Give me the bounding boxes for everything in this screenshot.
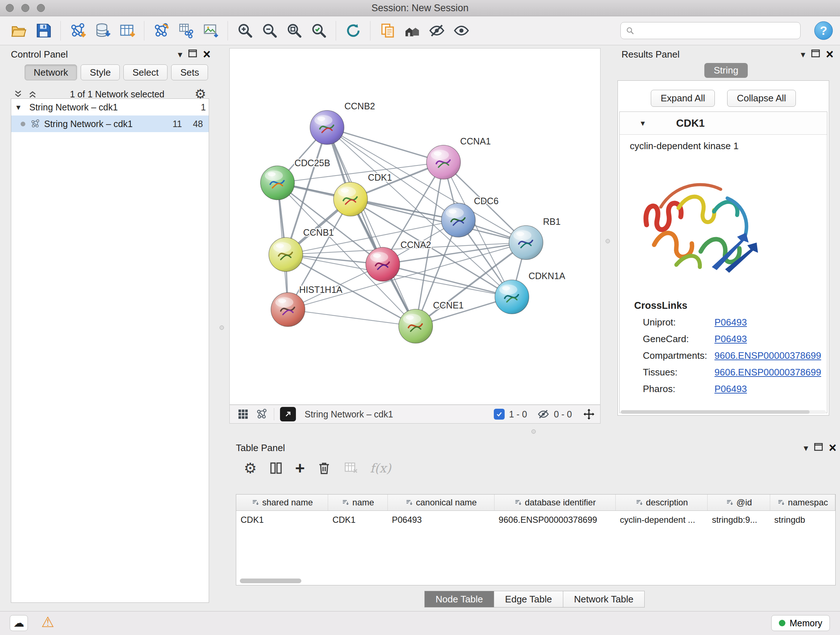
network-node-CCNE1[interactable]	[399, 309, 433, 343]
zoom-out-icon	[261, 22, 278, 39]
table-options-gear-icon[interactable]: ⚙	[244, 461, 257, 475]
column-header-shared-name[interactable]: shared name	[236, 494, 328, 511]
tab-network-table[interactable]: Network Table	[563, 591, 645, 608]
network-node-CDC6[interactable]	[441, 203, 475, 237]
close-window-button[interactable]	[6, 4, 14, 12]
table-panel-float-icon[interactable]	[814, 442, 823, 454]
table-panel-close-icon[interactable]: ×	[829, 441, 836, 454]
collapse-all-button[interactable]: Collapse All	[727, 90, 796, 107]
zoom-fit-button[interactable]	[283, 19, 305, 42]
column-header-name[interactable]: name	[328, 494, 387, 511]
zoom-in-button[interactable]	[234, 19, 256, 42]
control-panel-close-icon[interactable]: ×	[203, 48, 210, 61]
eye-button[interactable]	[450, 19, 472, 42]
node-label-CCNB2: CCNB2	[344, 101, 375, 111]
clone-network-button[interactable]	[150, 19, 172, 42]
export-image-button[interactable]	[200, 19, 221, 42]
results-scrollbar[interactable]	[621, 410, 826, 414]
network-node-CCNA1[interactable]	[426, 145, 461, 179]
selected-nodes-checkbox-icon[interactable]	[494, 409, 505, 420]
right-splitter-handle[interactable]	[606, 239, 610, 243]
table-panel-menu-icon[interactable]: ▾	[804, 443, 808, 453]
tab-edge-table[interactable]: Edge Table	[494, 591, 563, 608]
search-icon	[625, 26, 635, 35]
column-header-description[interactable]: description	[615, 494, 707, 511]
network-collection-row[interactable]: ▾ String Network – cdk1 1	[11, 99, 209, 116]
left-splitter-handle[interactable]	[219, 325, 224, 330]
zoom-window-button[interactable]	[37, 4, 45, 12]
open-session-button[interactable]	[8, 19, 30, 42]
network-node-CCNB1[interactable]	[269, 238, 303, 272]
warning-icon[interactable]: ⚠	[39, 614, 57, 630]
memory-button[interactable]: Memory	[771, 615, 830, 631]
tab-network[interactable]: Network	[25, 65, 77, 80]
network-node-CDK1[interactable]	[333, 182, 368, 216]
help-button[interactable]: ?	[814, 21, 833, 40]
results-panel-close-icon[interactable]: ×	[826, 48, 834, 61]
export-image-icon	[202, 22, 219, 39]
cloud-button[interactable]: ☁	[10, 615, 28, 631]
delete-column-button[interactable]	[317, 461, 332, 476]
table-h-scrollbar[interactable]	[237, 578, 835, 584]
search-field[interactable]	[621, 22, 801, 39]
results-scrollbar-thumb[interactable]	[621, 410, 810, 414]
add-column-button[interactable]: +	[295, 460, 305, 477]
bottom-splitter-handle[interactable]	[531, 429, 536, 434]
crosslink-link[interactable]: P06493	[714, 383, 747, 394]
crosslink-link[interactable]: P06493	[714, 333, 747, 345]
column-header-namespac[interactable]: namespac	[770, 494, 835, 511]
crosslink-link[interactable]: P06493	[714, 317, 747, 328]
refresh-button[interactable]	[342, 19, 364, 42]
import-network-database-button[interactable]	[92, 19, 113, 42]
network-node-CDKN1A[interactable]	[495, 280, 529, 314]
network-node-HIST1H1A[interactable]	[271, 293, 305, 326]
network-row[interactable]: String Network – cdk1 11 48	[11, 116, 209, 132]
minimize-window-button[interactable]	[21, 4, 29, 12]
show-columns-button[interactable]	[268, 461, 284, 476]
network-node-CCNA2[interactable]	[366, 247, 400, 281]
import-table-button[interactable]	[116, 19, 138, 42]
copy-document-button[interactable]	[377, 19, 398, 42]
save-session-button[interactable]	[33, 19, 54, 42]
crosslink-link[interactable]: 9606.ENSP00000378699	[714, 367, 821, 378]
hidden-eye-slash-icon[interactable]	[537, 408, 549, 420]
gene-disclosure-icon[interactable]: ▾	[641, 119, 654, 128]
expand-all-button[interactable]: Expand All	[651, 90, 715, 107]
pan-crosshair-icon[interactable]	[583, 408, 595, 420]
detach-view-button[interactable]	[280, 407, 296, 421]
houses-button[interactable]	[401, 19, 423, 42]
gene-section-header[interactable]: ▾ CDK1	[620, 112, 827, 135]
table-row[interactable]: CDK1CDK1P064939606.ENSP00000378699cyclin…	[236, 511, 835, 529]
eye-slash-button[interactable]	[426, 19, 447, 42]
network-from-table-button[interactable]	[175, 19, 197, 42]
network-canvas[interactable]: CCNB2CCNA1CDC25BCDK1CDC6RB1CCNB1CCNA2CDK…	[229, 48, 600, 405]
network-graph-svg[interactable]: CCNB2CCNA1CDC25BCDK1CDC6RB1CCNB1CCNA2CDK…	[230, 49, 600, 404]
column-header-canonical-name[interactable]: canonical name	[387, 494, 494, 511]
search-input[interactable]	[638, 25, 796, 36]
network-node-CDC25B[interactable]	[261, 166, 294, 200]
control-panel-float-icon[interactable]	[188, 49, 197, 60]
network-node-CCNB2[interactable]	[310, 111, 344, 144]
function-builder-button[interactable]: f(x)	[370, 461, 391, 475]
column-header--id[interactable]: @id	[707, 494, 770, 511]
crosslink-link[interactable]: 9606.ENSP00000378699	[714, 350, 821, 361]
tab-string[interactable]: String	[704, 63, 748, 78]
collection-disclosure-icon[interactable]: ▾	[16, 103, 29, 112]
grid-view-icon[interactable]	[237, 408, 249, 420]
results-panel-float-icon[interactable]	[811, 49, 820, 60]
network-node-RB1[interactable]	[509, 226, 543, 260]
delete-table-button[interactable]	[343, 461, 358, 476]
results-panel-menu-icon[interactable]: ▾	[801, 50, 805, 59]
import-network-file-button[interactable]	[67, 19, 88, 42]
tab-sets[interactable]: Sets	[171, 65, 208, 80]
tab-node-table[interactable]: Node Table	[424, 591, 494, 608]
tab-style[interactable]: Style	[81, 65, 120, 80]
tab-select[interactable]: Select	[123, 65, 167, 80]
birdseye-view-icon[interactable]	[256, 408, 268, 420]
column-header-database-identifier[interactable]: database identifier	[494, 494, 615, 511]
control-panel-menu-icon[interactable]: ▾	[178, 50, 182, 59]
network-selection-status: 1 of 1 Network selected	[40, 89, 195, 100]
zoom-selected-button[interactable]	[308, 19, 330, 42]
zoom-out-button[interactable]	[259, 19, 280, 42]
table-h-scrollbar-thumb[interactable]	[240, 578, 302, 583]
